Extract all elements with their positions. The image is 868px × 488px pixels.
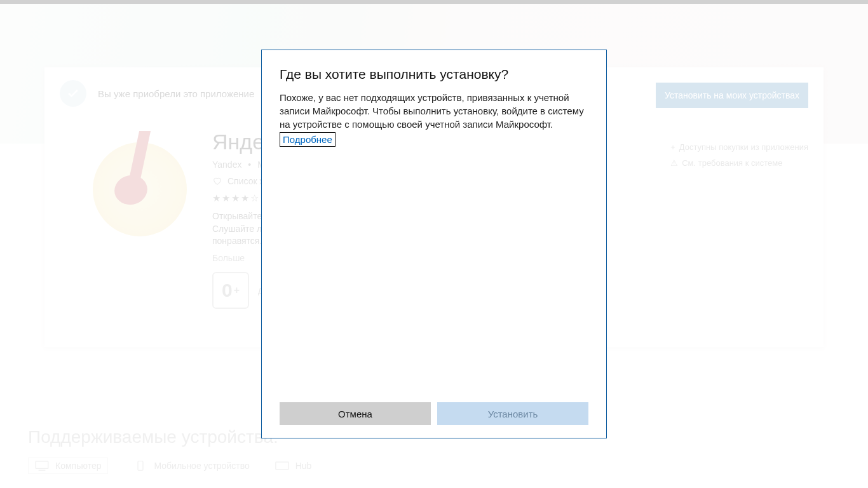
svg-rect-0 [36, 461, 48, 469]
requirements-link[interactable]: ⚠ См. требования к системе [670, 158, 808, 168]
owned-check-icon [60, 80, 86, 107]
age-rating-badge: 0+ [212, 272, 249, 309]
pc-icon [35, 461, 49, 471]
hub-icon [275, 461, 289, 471]
install-target-dialog: Где вы хотите выполнить установку? Похож… [261, 50, 607, 438]
device-hub[interactable]: Hub [275, 458, 312, 474]
svg-rect-2 [276, 462, 288, 470]
owned-banner-text: Вы уже приобрели это приложение [98, 88, 254, 99]
install-on-devices-label: Установить на моих устройствах [665, 90, 799, 100]
install-button[interactable]: Установить [437, 402, 588, 425]
heart-icon [212, 177, 222, 186]
learn-more-link[interactable]: Подробнее [280, 132, 336, 147]
cancel-button[interactable]: Отмена [280, 402, 431, 425]
supported-devices-title: Поддерживаемые устройства: [28, 427, 278, 447]
mobile-icon [133, 461, 147, 471]
iap-note: + Доступны покупки из приложения [670, 142, 808, 152]
app-icon [93, 142, 187, 236]
install-on-devices-button[interactable]: Установить на моих устройствах [656, 83, 808, 108]
device-pc[interactable]: Компьютер [28, 458, 108, 474]
dialog-title: Где вы хотите выполнить установку? [280, 67, 588, 82]
device-mobile[interactable]: Мобильное устройство [133, 458, 249, 474]
warning-icon: ⚠ [670, 158, 678, 168]
dialog-body: Похоже, у вас нет подходящих устройств, … [280, 91, 588, 147]
side-notes: + Доступны покупки из приложения ⚠ См. т… [670, 142, 808, 174]
svg-rect-1 [138, 461, 143, 470]
supported-devices-row: Компьютер Мобильное устройство Hub [28, 458, 311, 474]
publisher-name: Yandex [212, 159, 241, 170]
plus-icon: + [670, 142, 675, 152]
